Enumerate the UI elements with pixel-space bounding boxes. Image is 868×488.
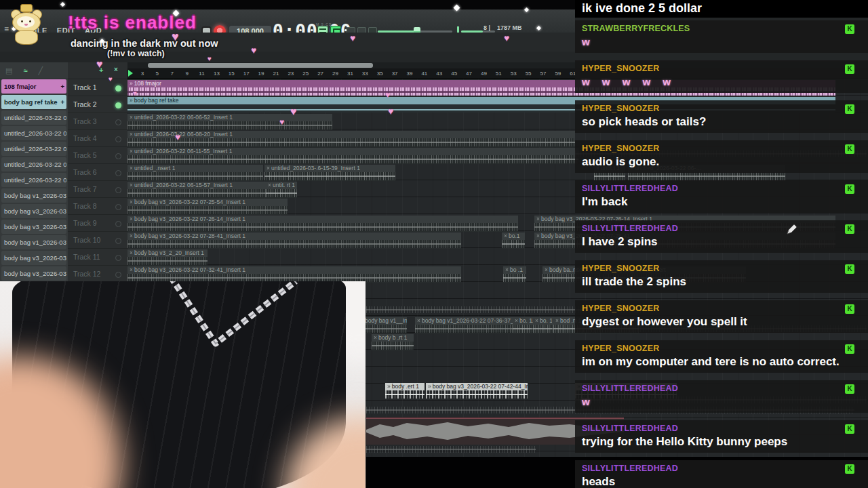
track-led[interactable] xyxy=(115,153,121,159)
chat-message[interactable]: STRAWBERRYFRECKLES w K xyxy=(575,20,868,53)
chat-message[interactable]: HYPER_SNOOZER audio is gone. K xyxy=(575,140,868,173)
audio-clip-selected[interactable]: »body bag v3_2026-03-22 07-42-44_Insert … xyxy=(426,383,528,399)
chat-message[interactable]: SILLYLITTLEREDHEAD trying for the Hello … xyxy=(575,420,868,453)
picker-item[interactable]: body bag v3_2026-03-2… + xyxy=(1,266,66,281)
k-badge-icon: K xyxy=(845,224,854,234)
audio-clip[interactable]: ×untit. rt 1 xyxy=(266,182,297,198)
picker-item[interactable]: untitled_2026-03-22 06-… + xyxy=(1,173,66,187)
chat-message[interactable]: SILLYLITTLEREDHEAD w K xyxy=(575,380,868,413)
audio-clip-selected[interactable]: »body .ert 1 xyxy=(385,383,425,399)
audio-clip[interactable]: ×body bag v3_2026-03-22 07-28-41_Insert … xyxy=(127,232,461,249)
chat-username[interactable]: SILLYLITTLEREDHEAD xyxy=(582,184,861,193)
track-row[interactable]: Track 5 xyxy=(68,147,127,164)
k-badge-icon: K xyxy=(845,264,854,274)
track-row[interactable]: Track 3 xyxy=(68,113,127,130)
chat-username[interactable]: SILLYLITTLEREDHEAD xyxy=(582,224,861,233)
chat-message[interactable]: HYPER_SNOOZER dygest or however you spel… xyxy=(575,300,868,333)
audio-clip[interactable]: ×untitled_2026-03-22 06-15-57_Insert 1 xyxy=(127,182,266,198)
picker-item[interactable]: untitled_2026-03-22 06-… + xyxy=(1,110,66,125)
chat-message[interactable]: HYPER_SNOOZER so pick heads or tails? K xyxy=(575,100,868,133)
chat-username[interactable]: HYPER_SNOOZER xyxy=(582,304,861,313)
track-led[interactable] xyxy=(115,119,121,125)
track-led[interactable] xyxy=(115,170,121,176)
audio-clip[interactable]: ×bo .1 xyxy=(503,266,526,283)
browser-icon[interactable]: ▤ xyxy=(5,66,12,75)
ruler-tick: 39 xyxy=(402,68,417,78)
track-row[interactable]: Track 10 xyxy=(68,232,127,249)
audio-clip[interactable]: ×untitled_2026-03-22 06-11-55_Insert 1 xyxy=(127,148,578,164)
audio-wave-icon[interactable]: ≈ xyxy=(23,66,27,75)
chat-message[interactable]: SILLYLITTLEREDHEAD I'm back K xyxy=(575,180,868,213)
picker-item[interactable]: untitled_2026-03-22 06-… + xyxy=(1,157,66,171)
automation-icon[interactable]: ╱ xyxy=(38,66,43,75)
track-led[interactable] xyxy=(115,85,121,92)
heart-particle: ♥ xyxy=(388,106,393,117)
track-led[interactable] xyxy=(115,238,121,244)
chat-message[interactable]: SILLYLITTLEREDHEAD heads K xyxy=(575,460,868,488)
chat-username[interactable]: HYPER_SNOOZER xyxy=(582,264,861,273)
chat-message-text: I have 2 spins xyxy=(582,235,861,248)
picker-item[interactable]: untitled_2026-03-22 06-… + xyxy=(1,142,66,156)
chat-username[interactable]: SILLYLITTLEREDHEAD xyxy=(582,424,861,433)
track-row[interactable]: Track 8 xyxy=(68,198,127,215)
chat-message-text: dygest or however you spell it xyxy=(582,315,861,328)
chat-message[interactable]: SILLYLITTLEREDHEAD I have 2 spins K xyxy=(575,220,868,253)
track-row[interactable]: Track 4 xyxy=(68,130,127,147)
chat-message-text: w xyxy=(582,395,861,408)
chat-message[interactable]: HYPER_SNOOZER w w w w w K xyxy=(575,60,868,93)
audio-clip[interactable]: ×untitled_2026-03-22 06-06-52_Insert 1 xyxy=(127,114,332,130)
heart-particle: ♥ xyxy=(108,75,113,83)
ruler-tick: 3 xyxy=(135,68,150,78)
chat-message-list[interactable]: STRAWBERRYFRECKLES w K HYPER_SNOOZER w w… xyxy=(575,20,868,488)
track-led[interactable] xyxy=(115,136,121,142)
ruler-tick: 49 xyxy=(476,68,491,78)
audio-clip[interactable]: ×body bag v3_2_20_Insert 1 xyxy=(127,249,208,266)
k-badge-icon: K xyxy=(845,344,854,354)
picker-item[interactable]: body bag v3_2026-03-2… + xyxy=(1,220,66,234)
track-led[interactable] xyxy=(115,204,121,210)
track-row[interactable]: Track 7 xyxy=(68,181,127,198)
scrollbar-thumb[interactable] xyxy=(148,63,373,68)
audio-clip[interactable]: ×untitled_2026-03-22 06-08-20_Insert 1 xyxy=(127,131,575,147)
picker-item[interactable]: body bag v3_2026-03-2… + xyxy=(1,251,66,265)
waveform-strip xyxy=(366,446,536,453)
chat-message[interactable]: HYPER_SNOOZER im on my computer and tere… xyxy=(575,340,868,373)
clear-track-icon[interactable]: × xyxy=(114,66,118,73)
track-row[interactable]: Track 2 xyxy=(68,96,127,113)
chat-message[interactable]: HYPER_SNOOZER ill trade the 2 spins K xyxy=(575,260,868,293)
track-led[interactable] xyxy=(115,255,121,261)
audio-clip[interactable]: ×body bag v3_2026-03-22 07-32-41_Insert … xyxy=(127,266,461,283)
audio-clip[interactable]: ×untitled_2026-03-.6-15-39_Insert 1 xyxy=(264,165,395,181)
track-row[interactable]: Track 12 xyxy=(68,266,127,283)
k-badge-icon: K xyxy=(845,144,854,154)
track-row[interactable]: Track 11 xyxy=(68,249,127,266)
picker-item[interactable]: body bag ref take + xyxy=(1,95,66,109)
audio-clip[interactable]: ×untitled_.nsert 1 xyxy=(127,165,263,181)
chat-username[interactable]: STRAWBERRYFRECKLES xyxy=(582,24,861,33)
playhead-marker[interactable] xyxy=(128,70,133,77)
audio-clip[interactable]: ×body bag v3_2026-03-22 07-25-54_Insert … xyxy=(127,199,288,215)
track-led[interactable] xyxy=(115,221,121,227)
chat-username[interactable]: SILLYLITTLEREDHEAD xyxy=(582,464,861,473)
track-row[interactable]: Track 1 xyxy=(68,79,127,96)
picker-item[interactable]: body bag v3_2026-03-2… + xyxy=(1,204,66,218)
chat-username[interactable]: HYPER_SNOOZER xyxy=(582,144,861,153)
picker-item[interactable]: 108 fmajor + xyxy=(1,79,66,94)
track-row[interactable]: Track 6 xyxy=(68,164,127,181)
audio-clip[interactable]: ×bo.1 xyxy=(502,232,525,249)
audio-clip[interactable]: ×body bag v3_2026-03-22 07-26-14_Insert … xyxy=(127,216,518,232)
chat-username[interactable]: HYPER_SNOOZER xyxy=(582,104,861,113)
chat-username[interactable]: HYPER_SNOOZER xyxy=(582,344,861,353)
audio-clip[interactable]: ×body b .rt 1 xyxy=(372,334,414,350)
chat-username[interactable]: SILLYLITTLEREDHEAD xyxy=(582,384,861,393)
track-led[interactable] xyxy=(115,187,121,193)
picker-item[interactable]: body bag v1_2026-03-2… + xyxy=(1,188,66,203)
picker-item[interactable]: untitled_2026-03-22 06-… + xyxy=(1,126,66,140)
track-led[interactable] xyxy=(115,102,121,108)
track-row[interactable]: Track 9 xyxy=(68,215,127,232)
track-led[interactable] xyxy=(115,272,121,278)
audio-clip[interactable]: ×bo. 1 xyxy=(533,317,552,333)
chat-username[interactable]: HYPER_SNOOZER xyxy=(582,64,861,73)
audio-clip[interactable]: ×bo. 1 xyxy=(513,317,532,333)
picker-item[interactable]: body bag v1_2026-03-2… + xyxy=(1,235,66,249)
